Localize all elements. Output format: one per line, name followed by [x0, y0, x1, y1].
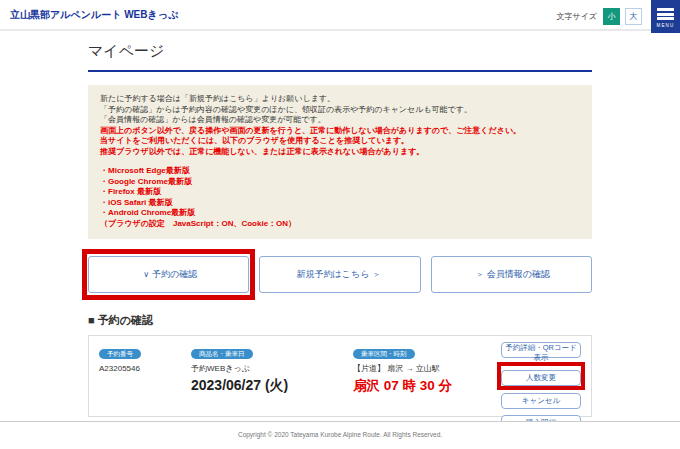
page-title: マイページ: [88, 42, 592, 72]
new-reservation-action: 新規予約はこちら＞: [259, 256, 420, 293]
section-title: ■ 予約の確認: [88, 313, 592, 328]
route-text: 【片道】 扇沢 → 立山駅: [353, 363, 501, 374]
reservation-confirm-label: 予約の確認: [152, 269, 197, 279]
detail-qr-button[interactable]: 予約詳細・QRコード表示: [501, 342, 581, 358]
product-badge: 商品名・乗車日: [191, 349, 253, 360]
reservation-confirm-action: ∨予約の確認: [88, 256, 249, 293]
product-name: 予約WEBきっぷ: [191, 363, 353, 374]
chevron-right-icon: ＞: [476, 269, 484, 280]
notice-line: 「会員情報の確認」からは会員情報の確認や変更が可能です。: [100, 115, 580, 126]
member-info-label: 会員情報の確認: [487, 269, 550, 279]
reservation-actions-column: 予約詳細・QRコード表示 人数変更 キャンセル 購入明細: [501, 342, 581, 408]
action-buttons-row: ∨予約の確認 新規予約はこちら＞ ＞会員情報の確認: [88, 256, 592, 293]
notice-warning-line: 推奨ブラウザ以外では、正常に機能しない、または正常に表示されない場合があります。: [100, 147, 580, 158]
site-header: 立山黒部アルペンルート WEBきっぷ 文字サイズ 小 大 MENU: [0, 0, 680, 31]
reservation-number-badge: 予約番号: [99, 349, 141, 360]
footer: Copyright © 2020 Tateyama Kurobe Alpine …: [0, 421, 680, 449]
notice-box: 新たに予約する場合は「新規予約はこちら」よりお願いします。 「予約の確認」からは…: [88, 85, 592, 239]
header-controls: 文字サイズ 小 大 MENU: [556, 0, 680, 33]
browser-list-item: ・Google Chrome最新版: [100, 177, 580, 188]
reservation-number: A23205546: [99, 364, 191, 373]
cancel-button[interactable]: キャンセル: [501, 393, 581, 409]
site-title-link[interactable]: 立山黒部アルペンルート WEBきっぷ: [0, 8, 178, 22]
menu-button[interactable]: MENU: [651, 0, 680, 33]
route-column: 乗車区間・時刻 【片道】 扇沢 → 立山駅 扇沢 07 時 30 分: [353, 342, 501, 408]
browser-list-item: ・Android Chrome最新版: [100, 208, 580, 219]
notice-line: 新たに予約する場合は「新規予約はこちら」よりお願いします。: [100, 94, 580, 105]
notice-warning-line: 当サイトをご利用いただくには、以下のブラウザを使用することを推奨しています。: [100, 136, 580, 147]
notice-warning-line: 画面上のボタン以外で、戻る操作や画面の更新を行うと、正常に動作しない場合がありま…: [100, 126, 580, 137]
boarding-date: 2023/06/27 (火): [191, 377, 353, 395]
browser-list-item: ・iOS Safari 最新版: [100, 198, 580, 209]
browser-list-item: ・Microsoft Edge最新版: [100, 166, 580, 177]
hamburger-icon: [657, 6, 674, 21]
chevron-down-icon: ∨: [143, 270, 149, 279]
menu-label: MENU: [656, 23, 674, 28]
browser-settings-note: （ブラウザの設定 JavaScript：ON、Cookie：ON）: [100, 219, 580, 230]
detail-qr-wrap: 予約詳細・QRコード表示: [501, 342, 581, 364]
font-size-label: 文字サイズ: [556, 11, 597, 22]
member-info-action: ＞会員情報の確認: [431, 256, 592, 293]
chevron-right-icon: ＞: [372, 269, 380, 280]
cancel-wrap: キャンセル: [501, 389, 581, 409]
new-reservation-button[interactable]: 新規予約はこちら＞: [259, 256, 420, 293]
member-info-button[interactable]: ＞会員情報の確認: [431, 256, 592, 293]
reservation-number-column: 予約番号 A23205546: [99, 342, 191, 408]
browser-list-item: ・Firefox 最新版: [100, 187, 580, 198]
departure-time: 扇沢 07 時 30 分: [353, 377, 501, 395]
font-size-small-button[interactable]: 小: [603, 8, 620, 25]
change-party-wrap: 人数変更: [501, 366, 581, 386]
browser-list: ・Microsoft Edge最新版 ・Google Chrome最新版 ・Fi…: [100, 166, 580, 229]
reservation-card: 予約番号 A23205546 商品名・乗車日 予約WEBきっぷ 2023/06/…: [88, 335, 592, 417]
copyright: Copyright © 2020 Tateyama Kurobe Alpine …: [0, 431, 680, 438]
notice-line: 「予約の確認」からは予約内容の確認や変更のほかに、領収証の表示や予約のキャンセル…: [100, 105, 580, 116]
main-content: マイページ 新たに予約する場合は「新規予約はこちら」よりお願いします。 「予約の…: [88, 42, 592, 417]
font-size-large-button[interactable]: 大: [625, 8, 642, 25]
reservation-confirm-button[interactable]: ∨予約の確認: [88, 256, 249, 293]
product-column: 商品名・乗車日 予約WEBきっぷ 2023/06/27 (火): [191, 342, 353, 408]
route-badge: 乗車区間・時刻: [353, 349, 415, 360]
change-party-button[interactable]: 人数変更: [501, 370, 581, 386]
new-reservation-label: 新規予約はこちら: [297, 269, 370, 279]
